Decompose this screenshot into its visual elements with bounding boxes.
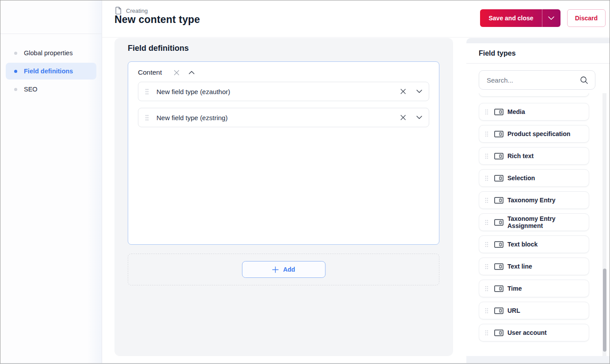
drag-handle-icon	[485, 286, 488, 292]
drag-handle[interactable]	[485, 175, 488, 181]
field-type-icon	[494, 263, 503, 270]
field-type-item[interactable]: Selection	[479, 169, 589, 187]
left-sidebar: Global properties Field definitions SEO	[0, 0, 102, 363]
drag-handle-icon	[485, 264, 488, 269]
content-group-header: Content	[128, 62, 439, 82]
drag-handle[interactable]	[485, 131, 488, 137]
add-button-label: Add	[283, 266, 295, 273]
sidebar-nav-item[interactable]: SEO	[6, 81, 96, 98]
drag-handle[interactable]	[485, 220, 488, 225]
save-and-close-button[interactable]: Save and close	[480, 9, 560, 27]
field-type-label: Text line	[507, 263, 532, 270]
field-type-label: Product specification	[507, 130, 570, 137]
drag-handle[interactable]	[485, 286, 488, 292]
field-type-item[interactable]: Product specification	[479, 125, 589, 143]
bullet-dot-icon	[14, 88, 17, 91]
field-type-label: Taxonomy Entry Assignment	[507, 215, 583, 229]
drag-handle[interactable]	[485, 308, 488, 314]
field-type-item[interactable]: Rich text	[479, 147, 589, 165]
field-type-item-partial[interactable]	[479, 93, 589, 97]
close-icon	[400, 88, 407, 95]
field-type-label: User account	[507, 329, 547, 336]
field-definitions-panel: Field definitions Content	[114, 38, 453, 356]
field-definition-list: New field type (ezauthor)	[128, 82, 439, 127]
search-icon	[580, 76, 588, 84]
scrollbar-thumb[interactable]	[603, 269, 606, 352]
group-name-label: Content	[138, 68, 162, 76]
discard-button[interactable]: Discard	[567, 9, 606, 27]
field-type-item[interactable]: Taxonomy Entry Assignment	[479, 213, 589, 231]
field-definitions-title: Field definitions	[128, 44, 189, 53]
field-types-list: Media	[479, 93, 589, 356]
bullet-dot-icon	[14, 70, 17, 73]
drag-handle-icon	[485, 175, 488, 181]
save-options-dropdown[interactable]	[542, 9, 560, 27]
field-type-icon	[494, 329, 503, 337]
field-type-item[interactable]: Text line	[479, 258, 589, 275]
chevron-down-icon	[416, 116, 422, 119]
field-type-icon	[494, 219, 503, 226]
field-type-icon	[494, 108, 503, 116]
field-type-item[interactable]: Taxonomy Entry	[479, 191, 589, 209]
field-type-item[interactable]: Time	[479, 280, 589, 297]
field-types-title: Field types	[466, 43, 610, 64]
search-input[interactable]	[479, 76, 580, 84]
remove-group-button[interactable]	[173, 69, 180, 76]
page-header: Creating New content type Save and close…	[102, 0, 610, 38]
drag-handle-icon	[485, 109, 488, 115]
panel-bottom-strip	[466, 356, 610, 363]
remove-field-button[interactable]	[400, 88, 407, 95]
drag-handle-icon	[485, 197, 488, 203]
field-type-item[interactable]: Text block	[479, 235, 589, 253]
drag-handle[interactable]	[485, 153, 488, 159]
field-type-item[interactable]: URL	[479, 302, 589, 319]
remove-field-button[interactable]	[400, 114, 407, 121]
sidebar-nav-item-label: SEO	[24, 86, 38, 93]
drag-handle[interactable]	[145, 114, 149, 121]
field-definition-row[interactable]: New field type (ezstring)	[138, 108, 429, 127]
field-type-label: Selection	[507, 174, 535, 182]
app-window: Global properties Field definitions SEO	[0, 0, 610, 364]
close-icon	[173, 69, 180, 76]
drag-handle-icon	[485, 131, 488, 137]
field-type-icon	[494, 241, 503, 248]
drag-handle[interactable]	[485, 242, 488, 247]
drag-handle-icon	[485, 220, 488, 225]
drag-handle[interactable]	[485, 109, 488, 115]
sidebar-nav-item[interactable]: Global properties	[6, 45, 96, 61]
collapse-group-button[interactable]	[189, 71, 194, 74]
save-and-close-label[interactable]: Save and close	[480, 9, 541, 27]
field-type-icon	[494, 174, 503, 182]
field-type-label: Taxonomy Entry	[507, 197, 556, 204]
field-type-label: Time	[507, 285, 522, 292]
chevron-up-icon	[189, 71, 194, 74]
scrollbar-track[interactable]	[602, 93, 606, 356]
drag-handle[interactable]	[485, 264, 488, 269]
expand-field-button[interactable]	[416, 116, 422, 119]
drag-handle-icon	[145, 114, 149, 121]
drag-handle-icon	[485, 330, 488, 336]
field-type-item[interactable]: User account	[479, 324, 589, 341]
drag-handle[interactable]	[485, 197, 488, 203]
add-button[interactable]: Add	[242, 261, 325, 278]
field-type-label: Text block	[507, 241, 538, 248]
sidebar-nav-item[interactable]: Field definitions	[6, 63, 96, 80]
field-type-icon	[494, 307, 503, 315]
field-type-label: URL	[507, 307, 520, 314]
field-types-panel: Field types	[466, 38, 610, 356]
content-group-card: Content	[128, 61, 439, 245]
search-box	[479, 70, 595, 90]
chevron-down-icon	[416, 90, 422, 93]
expand-field-button[interactable]	[416, 90, 422, 93]
page-title: New content type	[114, 14, 200, 26]
field-definition-row[interactable]: New field type (ezauthor)	[138, 82, 429, 101]
field-type-icon	[494, 152, 503, 160]
drag-handle[interactable]	[485, 330, 488, 336]
sidebar-nav: Global properties Field definitions SEO	[0, 34, 102, 98]
field-definition-label: New field type (ezauthor)	[156, 88, 230, 95]
drag-handle[interactable]	[145, 88, 149, 95]
field-type-item[interactable]: Media	[479, 103, 589, 121]
breadcrumb-label: Creating	[126, 8, 148, 14]
sidebar-header-area	[0, 0, 102, 34]
bullet-dot-icon	[14, 52, 17, 55]
